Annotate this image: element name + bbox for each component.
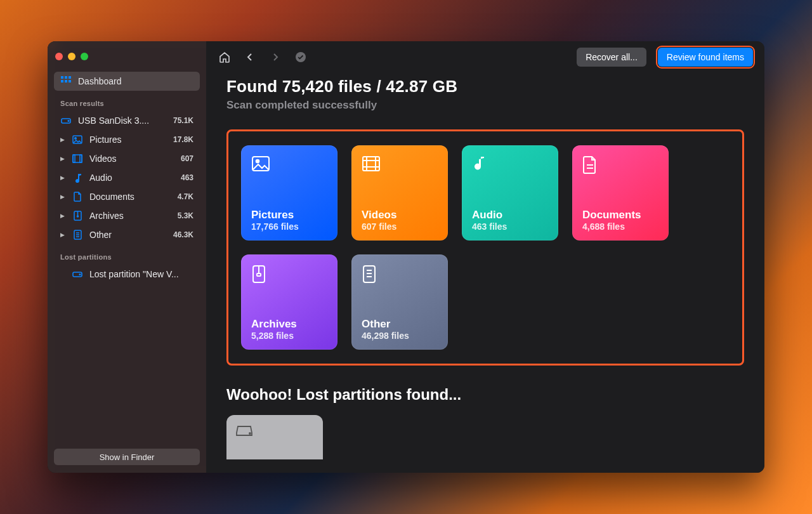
other-icon (362, 265, 379, 282)
card-title: Pictures (251, 209, 327, 221)
sidebar-item-count: 4.7K (178, 192, 193, 201)
home-icon[interactable] (218, 50, 232, 64)
page-title: Found 75,420 files / 42.87 GB (226, 77, 744, 96)
video-icon (362, 155, 379, 173)
drive-icon (235, 424, 253, 437)
sidebar-item-lost-partition[interactable]: Lost partition "New V... (54, 265, 200, 284)
svg-rect-2 (69, 76, 71, 79)
svg-point-14 (77, 216, 78, 217)
forward-icon[interactable] (268, 50, 282, 64)
audio-icon (472, 155, 490, 173)
svg-rect-3 (61, 80, 63, 82)
sidebar-item-label: USB SanDisk 3.... (78, 115, 149, 126)
sidebar-item-count: 75.1K (173, 116, 193, 125)
card-title: Documents (582, 209, 658, 221)
chevron-right-icon: ▶ (60, 175, 65, 181)
review-found-items-button[interactable]: Review found items (658, 48, 753, 67)
show-in-finder-button[interactable]: Show in Finder (54, 449, 200, 465)
app-window: Dashboard Scan results USB SanDisk 3....… (48, 41, 764, 473)
status-text: Scan completed successfully (226, 99, 744, 112)
grid-icon (60, 76, 72, 86)
svg-rect-23 (257, 273, 261, 276)
chevron-right-icon: ▶ (60, 194, 65, 200)
sidebar-item-videos[interactable]: ▶Videos607 (54, 149, 200, 168)
category-card-archives[interactable]: Archives5,288 files (241, 254, 337, 350)
category-card-audio[interactable]: Audio463 files (462, 145, 558, 241)
svg-point-20 (256, 160, 259, 163)
minimize-window-button[interactable] (68, 53, 75, 60)
toolbar: Recover all... Review found items (206, 41, 764, 73)
svg-rect-4 (65, 80, 67, 82)
card-subtitle: 607 files (362, 221, 438, 232)
archives-icon (72, 211, 83, 221)
sidebar-item-count: 46.3K (173, 230, 193, 239)
close-window-button[interactable] (55, 53, 63, 60)
card-subtitle: 46,298 files (362, 331, 438, 341)
documents-icon (72, 192, 83, 202)
svg-point-9 (75, 138, 77, 140)
chevron-right-icon: ▶ (60, 213, 65, 219)
other-icon (72, 230, 83, 240)
drive-icon (72, 270, 83, 278)
category-card-pictures[interactable]: Pictures17,766 files (241, 145, 337, 241)
card-subtitle: 5,288 files (251, 331, 327, 341)
card-title: Videos (362, 209, 438, 221)
svg-rect-5 (69, 80, 71, 82)
category-cards-area: Pictures17,766 filesVideos607 filesAudio… (226, 129, 744, 366)
videos-icon (72, 154, 83, 163)
sidebar-item-label: Archives (89, 211, 124, 221)
archive-icon (251, 265, 269, 282)
sidebar-item-count: 5.3K (178, 211, 193, 220)
svg-rect-12 (80, 155, 82, 162)
svg-rect-21 (363, 157, 379, 171)
sidebar-item-audio[interactable]: ▶Audio463 (54, 168, 200, 187)
partition-card[interactable] (226, 415, 323, 459)
sidebar-item-pictures[interactable]: ▶Pictures17.8K (54, 130, 200, 149)
svg-rect-10 (73, 155, 82, 162)
svg-rect-1 (65, 76, 67, 79)
sidebar-item-documents[interactable]: ▶Documents4.7K (54, 187, 200, 206)
main-content: Recover all... Review found items Found … (206, 41, 764, 473)
sidebar-item-archives[interactable]: ▶Archives5.3K (54, 206, 200, 225)
sidebar-item-count: 17.8K (173, 135, 193, 144)
svg-rect-11 (73, 155, 75, 162)
chevron-right-icon: ▶ (60, 232, 65, 238)
sidebar-item-label: Documents (89, 192, 134, 202)
audio-icon (72, 173, 83, 183)
recover-all-button[interactable]: Recover all... (577, 48, 646, 67)
svg-point-7 (68, 121, 69, 122)
sidebar-item-other[interactable]: ▶Other46.3K (54, 225, 200, 244)
category-card-documents[interactable]: Documents4,688 files (572, 145, 669, 241)
sidebar-item-label: Other (89, 230, 112, 240)
sidebar-group-lost-partitions: Lost partitions (54, 244, 200, 265)
category-card-videos[interactable]: Videos607 files (351, 145, 448, 241)
partitions-headline: Woohoo! Lost partitions found... (226, 386, 744, 404)
sidebar-group-scan-results: Scan results (54, 91, 200, 111)
card-subtitle: 4,688 files (582, 221, 658, 232)
sidebar-item-count: 607 (181, 154, 193, 163)
back-icon[interactable] (243, 50, 257, 64)
sidebar-item-label: Dashboard (78, 76, 122, 86)
sidebar: Dashboard Scan results USB SanDisk 3....… (48, 41, 206, 473)
content-scroll: Found 75,420 files / 42.87 GB Scan compl… (206, 73, 764, 473)
sidebar-item-label: Pictures (89, 135, 122, 145)
sidebar-item-count: 463 (181, 173, 193, 182)
card-subtitle: 463 files (472, 221, 548, 232)
window-controls (54, 49, 200, 72)
picture-icon (251, 155, 269, 173)
category-card-other[interactable]: Other46,298 files (351, 254, 448, 350)
card-subtitle: 17,766 files (251, 221, 327, 232)
svg-point-17 (79, 274, 81, 275)
chevron-right-icon: ▶ (60, 136, 65, 143)
chevron-right-icon: ▶ (60, 155, 65, 162)
svg-rect-19 (252, 157, 269, 171)
pictures-icon (72, 135, 83, 144)
card-title: Archives (251, 318, 327, 331)
svg-rect-0 (61, 76, 63, 79)
zoom-window-button[interactable] (81, 53, 88, 60)
sidebar-item-label: Audio (89, 173, 112, 183)
sidebar-item-dashboard[interactable]: Dashboard (54, 72, 200, 91)
svg-point-25 (249, 433, 251, 434)
card-title: Audio (472, 209, 548, 221)
sidebar-item-device[interactable]: USB SanDisk 3.... 75.1K (54, 111, 200, 130)
